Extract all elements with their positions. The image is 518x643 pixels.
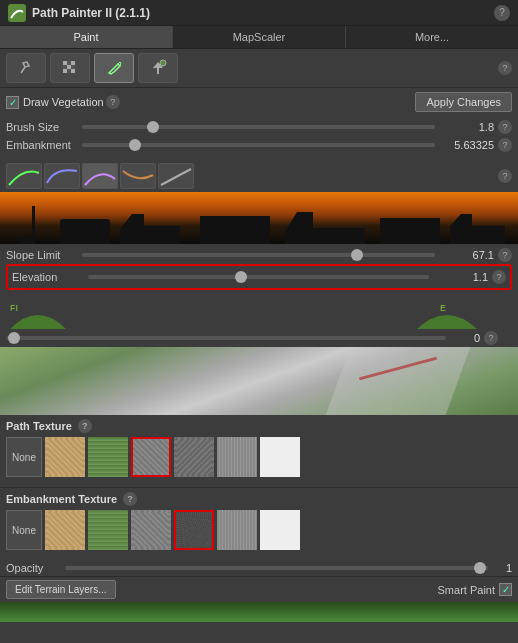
path-texture-1[interactable] — [45, 437, 85, 477]
curves-row: ? — [0, 160, 518, 192]
tool-icon-row: ? — [0, 49, 518, 88]
curve-button-1[interactable] — [6, 163, 42, 189]
draw-vegetation-checkbox[interactable]: ✓ — [6, 96, 19, 109]
smart-paint-label: Smart Paint — [438, 584, 495, 596]
svg-point-10 — [160, 60, 166, 66]
tool-icon-shovel[interactable] — [6, 53, 46, 83]
svg-rect-9 — [71, 69, 75, 73]
title-bar: Path Painter II (2.1.1) ? — [0, 0, 518, 26]
path-texture-none[interactable]: None — [6, 437, 42, 477]
opacity-row: Opacity 1 — [0, 560, 518, 576]
path-texture-6[interactable] — [260, 437, 300, 477]
edit-terrain-button[interactable]: Edit Terrain Layers... — [6, 580, 116, 599]
embankment-texture-6[interactable] — [260, 510, 300, 550]
elevation-row: Elevation 1.1 ? — [8, 270, 510, 284]
opacity-label: Opacity — [6, 562, 61, 574]
road-diagonal — [326, 347, 471, 415]
tab-mapscaler[interactable]: MapScaler — [173, 26, 346, 48]
curve-button-2[interactable] — [44, 163, 80, 189]
slope-limit-label: Slope Limit — [6, 249, 78, 261]
brush-size-value: 1.8 — [439, 121, 494, 133]
tool-icon-checkerboard[interactable] — [50, 53, 90, 83]
brush-size-help[interactable]: ? — [498, 120, 512, 134]
tool-icon-arrow[interactable] — [138, 53, 178, 83]
graph-slider[interactable] — [6, 336, 446, 340]
draw-vegetation-label[interactable]: ✓ Draw Vegetation — [6, 96, 104, 109]
embankment-texture-3[interactable] — [131, 510, 171, 550]
elevation-label: Elevation — [12, 271, 84, 283]
panorama-silhouette — [0, 204, 518, 244]
embankment-texture-none[interactable]: None — [6, 510, 42, 550]
embankment-texture-row: None — [6, 510, 512, 550]
svg-rect-5 — [67, 65, 71, 69]
path-texture-help[interactable]: ? — [78, 419, 92, 433]
svg-rect-1 — [63, 61, 67, 65]
brush-size-label: Brush Size — [6, 121, 78, 133]
window-title: Path Painter II (2.1.1) — [32, 6, 494, 20]
curve-button-4[interactable] — [120, 163, 156, 189]
embankment-texture-4[interactable] — [174, 510, 214, 550]
curve-button-5[interactable] — [158, 163, 194, 189]
brush-size-row: Brush Size 1.8 ? — [6, 120, 512, 134]
embankment-texture-help[interactable]: ? — [123, 492, 137, 506]
main-tab-bar: Paint MapScaler More... — [0, 26, 518, 49]
tab-paint[interactable]: Paint — [0, 26, 173, 48]
slope-limit-value: 67.1 — [439, 249, 494, 261]
path-texture-header: Path Texture ? — [6, 419, 512, 433]
draw-veg-help[interactable]: ? — [106, 95, 120, 109]
embankment-texture-header: Embankment Texture ? — [6, 492, 512, 506]
bottom-bar: Edit Terrain Layers... Smart Paint ✓ — [0, 576, 518, 602]
embankment-texture-1[interactable] — [45, 510, 85, 550]
road-preview-image — [0, 347, 518, 415]
elevation-slider[interactable] — [88, 275, 429, 279]
embankment-texture-section: Embankment Texture ? None — [0, 487, 518, 560]
opacity-slider[interactable] — [65, 566, 488, 570]
opacity-value: 1 — [492, 562, 512, 574]
embankment-help[interactable]: ? — [498, 138, 512, 152]
curve-button-3[interactable] — [82, 163, 118, 189]
svg-rect-8 — [67, 69, 71, 73]
svg-rect-2 — [67, 61, 71, 65]
path-texture-4[interactable] — [174, 437, 214, 477]
tab-more[interactable]: More... — [346, 26, 518, 48]
svg-line-11 — [161, 169, 191, 185]
embankment-texture-5[interactable] — [217, 510, 257, 550]
icon-row-help[interactable]: ? — [498, 61, 512, 75]
path-texture-section: Path Texture ? None — [0, 415, 518, 487]
path-texture-5[interactable] — [217, 437, 257, 477]
curves-help[interactable]: ? — [498, 169, 512, 183]
graph-help[interactable]: ? — [484, 331, 498, 345]
path-texture-2[interactable] — [88, 437, 128, 477]
sliders-section: Brush Size 1.8 ? Embankment 5.63325 ? — [0, 116, 518, 160]
app-icon — [8, 4, 26, 22]
svg-rect-3 — [71, 61, 75, 65]
svg-text:E: E — [440, 303, 446, 313]
embankment-label: Embankment — [6, 139, 78, 151]
embankment-row: Embankment 5.63325 ? — [6, 138, 512, 152]
bottom-strip — [0, 602, 518, 622]
embankment-value: 5.63325 — [439, 139, 494, 151]
svg-text:FI: FI — [10, 303, 18, 313]
tool-icon-pen[interactable] — [94, 53, 134, 83]
draw-vegetation-row: ✓ Draw Vegetation ? Apply Changes — [0, 88, 518, 116]
graph-slider-value: 0 — [450, 332, 480, 344]
slope-limit-row: Slope Limit 67.1 ? — [6, 248, 512, 262]
embankment-slider[interactable] — [82, 143, 435, 147]
path-texture-3[interactable] — [131, 437, 171, 477]
slope-limit-slider[interactable] — [82, 253, 435, 257]
apply-changes-button[interactable]: Apply Changes — [415, 92, 512, 112]
embankment-texture-2[interactable] — [88, 510, 128, 550]
title-help-button[interactable]: ? — [494, 5, 510, 21]
smart-paint-checkbox[interactable]: ✓ — [499, 583, 512, 596]
graph-slider-row: 0 ? — [6, 331, 498, 345]
svg-rect-4 — [63, 65, 67, 69]
brush-size-slider[interactable] — [82, 125, 435, 129]
distribution-graph: FI E 0 ? — [0, 293, 518, 347]
panorama-image — [0, 192, 518, 244]
svg-rect-6 — [71, 65, 75, 69]
graph-right-label: E — [412, 299, 482, 333]
slope-help[interactable]: ? — [498, 248, 512, 262]
elevation-value: 1.1 — [433, 271, 488, 283]
path-texture-row: None — [6, 437, 512, 477]
elevation-help[interactable]: ? — [492, 270, 506, 284]
